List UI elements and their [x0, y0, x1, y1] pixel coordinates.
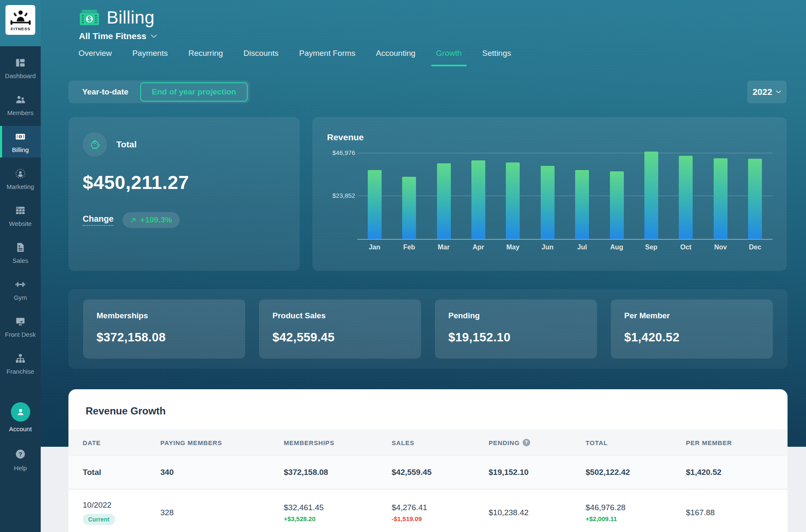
change-label[interactable]: Change [83, 214, 113, 226]
stat-card-per-member[interactable]: Per Member$1,420.52 [611, 299, 773, 359]
chart-x-tick-label: Jun [539, 244, 556, 251]
page-header: $ Billing [79, 8, 154, 28]
column-header-memberships: MEMBERSHIPS [284, 439, 392, 446]
tab-recurring[interactable]: Recurring [188, 49, 223, 64]
sidebar-item-franchise[interactable]: Franchise [0, 348, 41, 379]
sidebar-item-dashboard[interactable]: Dashboard [0, 52, 41, 84]
range-toggle: Year-to-date End of year projection [68, 81, 250, 103]
account-avatar [11, 402, 30, 422]
year-dropdown[interactable]: 2022 [747, 81, 787, 103]
chart-bar-feb [402, 177, 416, 239]
cell-members: 328 [160, 508, 284, 518]
cell-total: $502,122.42 [586, 468, 686, 477]
total-icon-circle [83, 132, 107, 157]
tab-payment-forms[interactable]: Payment Forms [299, 49, 355, 64]
stats-panel: Memberships$372,158.08Product Sales$42,5… [68, 289, 788, 369]
year-to-date-button[interactable]: Year-to-date [71, 87, 140, 97]
cell-value: $1,420.52 [686, 468, 773, 477]
cell-change-value: -$1,519.09 [392, 515, 489, 522]
cell-sales: $4,276.41-$1,519.09 [392, 503, 489, 523]
table-body: Total340$372,158.08$42,559.45$19,152.10$… [68, 456, 788, 532]
cell-value: 10/2022 [83, 501, 160, 510]
chart-x-tick-label: Jan [366, 244, 383, 251]
summary-row: Total $450,211.27 Change +109.3% Revenue… [68, 117, 787, 271]
change-badge: +109.3% [123, 212, 180, 228]
tab-settings[interactable]: Settings [482, 49, 511, 64]
sidebar-item-label: Front Desk [5, 331, 36, 338]
sidebar-item-label: Franchise [7, 368, 34, 375]
sidebar-item-label: Members [7, 109, 34, 116]
sidebar-nav: DashboardMembers$BillingMarketingWebsite… [0, 46, 41, 385]
help-icon[interactable]: ? [523, 439, 530, 446]
svg-text:FITNESS: FITNESS [10, 26, 30, 31]
sidebar-item-label: Help [14, 464, 27, 472]
fitness-logo-icon: FITNESS [8, 7, 34, 33]
stat-card-pending[interactable]: Pending$19,152.10 [435, 299, 597, 359]
change-value: +109.3% [140, 215, 172, 225]
cell-total: $46,976.28+$2,009.11 [586, 503, 686, 523]
sidebar-item-members[interactable]: Members [0, 89, 41, 121]
cell-value: $4,276.41 [392, 503, 489, 513]
stat-card-product-sales[interactable]: Product Sales$42,559.45 [259, 299, 421, 359]
tab-growth[interactable]: Growth [436, 49, 462, 64]
members-icon [15, 94, 26, 105]
sidebar-item-label: Account [9, 425, 31, 432]
sidebar-item-label: Gym [14, 294, 27, 301]
table-row-total[interactable]: Total340$372,158.08$42,559.45$19,152.10$… [68, 456, 788, 490]
stat-card-memberships[interactable]: Memberships$372,158.08 [83, 299, 245, 359]
stat-label: Pending [448, 311, 584, 320]
chart-bar-sep [644, 152, 658, 239]
cell-value: $372,158.08 [284, 468, 392, 477]
cell-value: $167.88 [686, 508, 773, 518]
sidebar-item-billing[interactable]: $Billing [0, 126, 41, 157]
cell-sales: $42,559.45 [392, 468, 489, 477]
tab-discounts[interactable]: Discounts [243, 49, 278, 64]
cell-change-value: +$2,009.11 [586, 515, 686, 522]
cell-per_member: $167.88 [686, 508, 773, 518]
end-of-year-projection-button[interactable]: End of year projection [140, 82, 248, 102]
cell-date: 10/2022Current [83, 501, 160, 525]
total-value: $450,211.27 [83, 172, 285, 194]
cell-change-value: +$3,528.20 [284, 515, 392, 522]
revenue-growth-table: Revenue Growth DATEPAYING MEMBERSMEMBERS… [68, 389, 788, 532]
trend-up-arrow-icon [130, 217, 137, 223]
chart-bar-jan [368, 170, 382, 239]
chart-x-tick-label: Oct [678, 244, 694, 251]
stat-label: Memberships [97, 311, 232, 320]
table-title: Revenue Growth [68, 389, 788, 417]
stat-value: $372,158.08 [97, 330, 232, 344]
chart-x-tick-label: Dec [747, 244, 764, 251]
table-row-10-2022[interactable]: 10/2022Current328$32,461.45+$3,528.20$4,… [68, 490, 788, 532]
chart-bar-apr [471, 160, 485, 239]
tab-overview[interactable]: Overview [79, 49, 112, 64]
chart-bar-jun [541, 166, 555, 239]
chart-title: Revenue [327, 132, 364, 142]
revenue-chart-card: Revenue $46,976$23,852 JanFebMarAprMayJu… [312, 117, 787, 271]
chart-x-tick-label: Nov [712, 244, 729, 251]
cell-date: Total [83, 468, 160, 477]
sidebar-item-marketing[interactable]: Marketing [0, 163, 41, 194]
cell-memberships: $372,158.08 [284, 468, 392, 477]
cell-value: 340 [160, 468, 284, 477]
total-card: Total $450,211.27 Change +109.3% [68, 117, 300, 271]
sidebar-item-website[interactable]: Website [0, 200, 41, 231]
column-header-date: DATE [83, 439, 160, 446]
chart-y-tick-label: $46,976 [325, 149, 355, 156]
sidebar-item-help[interactable]: ?Help [0, 442, 41, 476]
sidebar-item-front-desk[interactable]: Front Desk [0, 311, 41, 342]
sales-icon: $ [15, 242, 26, 253]
chart-x-tick-label: May [505, 244, 521, 251]
org-selector[interactable]: All Time Fitness [79, 31, 157, 41]
sidebar-item-label: Website [9, 220, 32, 227]
gym-icon [15, 279, 26, 290]
stat-label: Per Member [624, 311, 759, 320]
sidebar-item-sales[interactable]: $Sales [0, 237, 41, 268]
tab-accounting[interactable]: Accounting [376, 49, 416, 64]
sidebar-item-gym[interactable]: Gym [0, 274, 41, 305]
current-badge: Current [83, 514, 115, 525]
app-logo[interactable]: FITNESS [5, 5, 35, 35]
tab-payments[interactable]: Payments [132, 49, 167, 64]
chart-y-tick-label: $23,852 [325, 192, 355, 199]
sidebar-item-account[interactable]: Account [0, 397, 41, 437]
chart-bar-mar [437, 163, 451, 239]
